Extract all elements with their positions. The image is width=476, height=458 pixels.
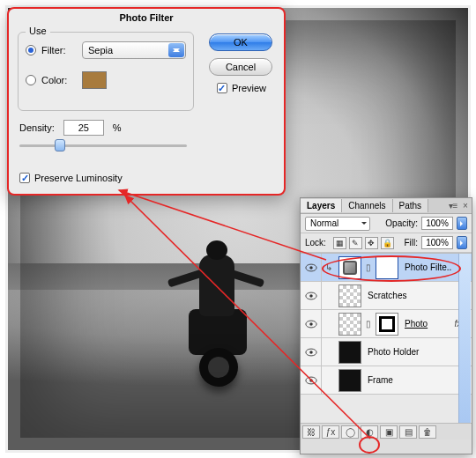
preview-checkbox[interactable] (217, 83, 227, 93)
color-swatch[interactable] (82, 71, 107, 89)
use-legend: Use (26, 26, 50, 36)
filter-label: Filter: (41, 45, 77, 55)
opacity-input[interactable]: 100% (421, 217, 453, 230)
new-layer-icon[interactable]: ▤ (399, 425, 417, 439)
lock-all-icon[interactable]: 🔒 (381, 237, 394, 249)
layer-row-frame[interactable]: Frame (301, 366, 472, 395)
opacity-label: Opacity: (385, 218, 418, 228)
mask-link-icon[interactable]: ▯ (364, 319, 373, 329)
adjustment-thumb[interactable] (338, 256, 361, 279)
eye-icon (305, 263, 317, 272)
tab-paths[interactable]: Paths (393, 199, 429, 212)
density-unit: % (113, 122, 122, 133)
blend-mode-select[interactable]: Normal (305, 217, 370, 231)
use-fieldset: Use Filter: Sepia Color: (18, 32, 194, 111)
panel-footer: ⛓ ƒx ◯ ◐ ▣ ▤ 🗑 (301, 424, 472, 440)
layer-row-photo-holder[interactable]: Photo Holder (301, 338, 472, 366)
panel-tabs: Layers Channels Paths ▾≡ × (301, 198, 472, 214)
fill-input[interactable]: 100% (421, 236, 453, 249)
dialog-title: Photo Filter (9, 9, 284, 25)
layer-row-scratches[interactable]: Scratches (301, 282, 472, 310)
slider-track (19, 144, 187, 147)
photo-filter-dialog: Photo Filter Use Filter: Sepia Color: OK… (7, 7, 286, 196)
lock-pixels-icon[interactable]: ✎ (349, 237, 362, 249)
ok-button[interactable]: OK (209, 33, 272, 51)
layer-name[interactable]: Frame (364, 375, 472, 385)
new-group-icon[interactable]: ▣ (380, 425, 398, 439)
density-slider[interactable] (19, 139, 187, 151)
delete-layer-icon[interactable]: 🗑 (419, 425, 436, 439)
layer-thumb[interactable] (338, 341, 361, 364)
visibility-toggle[interactable] (301, 310, 322, 337)
cancel-button[interactable]: Cancel (209, 58, 272, 76)
eye-icon (305, 320, 317, 329)
eye-icon (305, 292, 317, 300)
eye-icon (305, 376, 317, 385)
link-layers-icon[interactable]: ⛓ (302, 425, 320, 439)
lock-label: Lock: (305, 238, 326, 247)
new-adjustment-layer-icon[interactable]: ◐ (361, 425, 378, 439)
visibility-toggle[interactable] (301, 338, 322, 366)
filter-value: Sepia (88, 45, 113, 55)
fill-flyout-icon[interactable] (457, 236, 467, 249)
layer-thumb[interactable] (338, 369, 361, 392)
eye-icon (305, 348, 317, 357)
tab-channels[interactable]: Channels (342, 199, 392, 212)
visibility-toggle[interactable] (301, 366, 322, 394)
color-label: Color: (41, 75, 77, 85)
blend-mode-value: Normal (310, 218, 338, 228)
clip-indicator-icon: ↳ (322, 262, 336, 272)
svg-point-5 (309, 322, 313, 326)
layer-row-photo-filter[interactable]: ↳ ▯ Photo Filte.. (301, 254, 472, 282)
filter-select[interactable]: Sepia (82, 41, 186, 59)
layers-scrollbar[interactable] (458, 254, 471, 423)
preserve-luminosity-checkbox[interactable] (19, 173, 30, 183)
lock-position-icon[interactable]: ✥ (365, 237, 378, 249)
layers-panel: Layers Channels Paths ▾≡ × Normal Opacit… (300, 197, 472, 454)
preview-label: Preview (232, 83, 266, 93)
tab-layers[interactable]: Layers (301, 199, 342, 212)
lock-transparency-icon[interactable]: ▦ (333, 237, 346, 249)
density-input[interactable]: 25 (63, 120, 104, 136)
layer-row-photo[interactable]: ▯ Photo fx (301, 310, 472, 338)
layer-list: ↳ ▯ Photo Filte.. Scratches ▯ Photo fx (301, 253, 472, 424)
layer-name[interactable]: Photo Holder (364, 347, 472, 357)
slider-thumb[interactable] (55, 139, 65, 151)
layer-thumb[interactable] (338, 284, 361, 307)
svg-point-3 (309, 294, 313, 298)
radio-color[interactable] (26, 75, 36, 85)
preserve-luminosity-label: Preserve Luminosity (34, 173, 123, 183)
layer-style-icon[interactable]: ƒx (322, 425, 339, 439)
svg-point-1 (309, 266, 313, 270)
panel-menu-icon[interactable]: ▾≡ (447, 201, 459, 211)
density-label: Density: (19, 122, 55, 133)
layer-name[interactable]: Photo (401, 319, 454, 329)
layer-name[interactable]: Scratches (364, 291, 472, 300)
visibility-toggle[interactable] (301, 254, 322, 281)
mask-link-icon[interactable]: ▯ (364, 262, 373, 272)
visibility-toggle[interactable] (301, 282, 322, 309)
dropdown-arrows-icon (168, 43, 184, 57)
opacity-flyout-icon[interactable] (457, 217, 467, 230)
add-mask-icon[interactable]: ◯ (341, 425, 359, 439)
mask-thumb[interactable] (376, 256, 398, 279)
mask-thumb[interactable] (376, 313, 398, 336)
layer-thumb[interactable] (338, 313, 361, 336)
panel-close-icon[interactable]: × (459, 201, 472, 211)
svg-point-7 (309, 351, 313, 354)
photo-rider (162, 255, 268, 404)
svg-point-9 (309, 379, 313, 382)
radio-filter[interactable] (26, 45, 36, 55)
fill-label: Fill: (404, 238, 418, 247)
